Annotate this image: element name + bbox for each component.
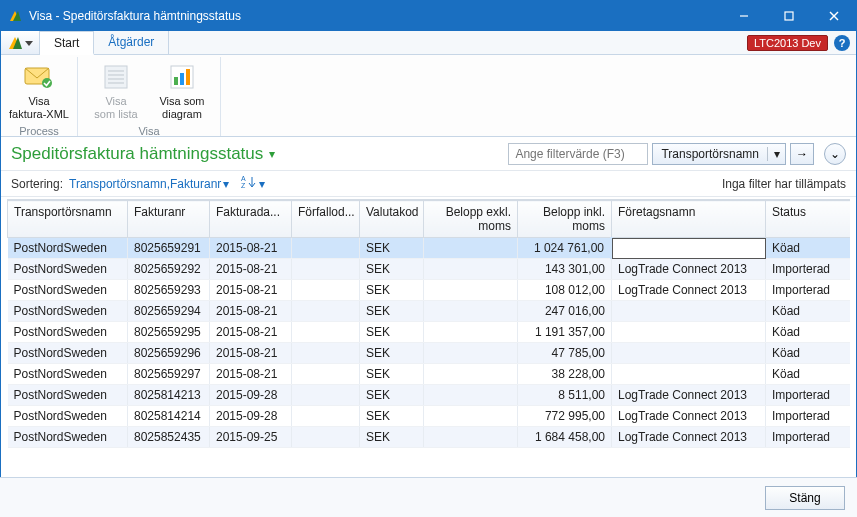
cell-valutakod[interactable]: SEK (360, 259, 424, 280)
table-row[interactable]: PostNordSweden80256592932015-08-21SEK108… (8, 280, 851, 301)
cell-fakturadatum[interactable]: 2015-09-25 (210, 427, 292, 448)
cell-transportorsnamn[interactable]: PostNordSweden (8, 280, 128, 301)
cell-fakturanr[interactable]: 8025814213 (128, 385, 210, 406)
cell-transportorsnamn[interactable]: PostNordSweden (8, 364, 128, 385)
cell-foretagsnamn[interactable] (612, 322, 766, 343)
col-fakturanr[interactable]: Fakturanr (128, 201, 210, 238)
table-row[interactable]: PostNordSweden80256592962015-08-21SEK47 … (8, 343, 851, 364)
table-row[interactable]: PostNordSweden80256592912015-08-21SEK1 0… (8, 238, 851, 259)
cell-fakturanr[interactable]: 8025659292 (128, 259, 210, 280)
expand-filters-button[interactable]: ⌄ (824, 143, 846, 165)
cell-belopp-inkl[interactable]: 47 785,00 (518, 343, 612, 364)
col-forfallodatum[interactable]: Förfallod... (292, 201, 360, 238)
cell-status[interactable]: Importerad (766, 427, 851, 448)
cell-fakturadatum[interactable]: 2015-08-21 (210, 238, 292, 259)
cell-forfallodatum[interactable] (292, 301, 360, 322)
cell-status[interactable]: Importerad (766, 280, 851, 301)
cell-belopp-exkl[interactable] (424, 364, 518, 385)
cell-belopp-inkl[interactable]: 8 511,00 (518, 385, 612, 406)
cell-status[interactable]: Importerad (766, 385, 851, 406)
cell-foretagsnamn[interactable]: LogTrade Connect 2013 (612, 385, 766, 406)
col-belopp-inkl[interactable]: Belopp inkl.moms (518, 201, 612, 238)
cell-forfallodatum[interactable] (292, 322, 360, 343)
cell-status[interactable]: Importerad (766, 259, 851, 280)
col-foretagsnamn[interactable]: Företagsnamn (612, 201, 766, 238)
close-page-button[interactable]: Stäng (765, 486, 845, 510)
cell-status[interactable]: Köad (766, 364, 851, 385)
sort-value-link[interactable]: Transportörsnamn,Fakturanr (69, 177, 221, 191)
table-row[interactable]: PostNordSweden80258524352015-09-25SEK1 6… (8, 427, 851, 448)
cell-foretagsnamn[interactable] (612, 364, 766, 385)
cell-foretagsnamn[interactable] (612, 238, 766, 259)
cell-belopp-exkl[interactable] (424, 259, 518, 280)
cell-fakturanr[interactable]: 8025659297 (128, 364, 210, 385)
cell-fakturadatum[interactable]: 2015-08-21 (210, 343, 292, 364)
cell-foretagsnamn[interactable]: LogTrade Connect 2013 (612, 427, 766, 448)
cell-fakturadatum[interactable]: 2015-08-21 (210, 280, 292, 301)
cell-fakturanr[interactable]: 8025659293 (128, 280, 210, 301)
cell-belopp-exkl[interactable] (424, 385, 518, 406)
ribbon-btn-faktura-xml[interactable]: Visa faktura-XML (7, 59, 71, 123)
cell-belopp-exkl[interactable] (424, 343, 518, 364)
col-status[interactable]: Status (766, 201, 851, 238)
cell-fakturanr[interactable]: 8025659296 (128, 343, 210, 364)
cell-fakturanr[interactable]: 8025659294 (128, 301, 210, 322)
cell-status[interactable]: Köad (766, 301, 851, 322)
cell-foretagsnamn[interactable]: LogTrade Connect 2013 (612, 259, 766, 280)
cell-foretagsnamn[interactable] (612, 301, 766, 322)
apply-filter-button[interactable]: → (790, 143, 814, 165)
cell-belopp-exkl[interactable] (424, 280, 518, 301)
cell-transportorsnamn[interactable]: PostNordSweden (8, 385, 128, 406)
cell-foretagsnamn[interactable]: LogTrade Connect 2013 (612, 280, 766, 301)
cell-status[interactable]: Köad (766, 238, 851, 259)
cell-forfallodatum[interactable] (292, 238, 360, 259)
cell-belopp-inkl[interactable]: 1 024 761,00 (518, 238, 612, 259)
table-row[interactable]: PostNordSweden80256592972015-08-21SEK38 … (8, 364, 851, 385)
cell-belopp-inkl[interactable]: 38 228,00 (518, 364, 612, 385)
cell-fakturadatum[interactable]: 2015-08-21 (210, 322, 292, 343)
table-row[interactable]: PostNordSweden80256592952015-08-21SEK1 1… (8, 322, 851, 343)
cell-fakturadatum[interactable]: 2015-08-21 (210, 259, 292, 280)
cell-foretagsnamn[interactable] (612, 343, 766, 364)
cell-forfallodatum[interactable] (292, 406, 360, 427)
cell-transportorsnamn[interactable]: PostNordSweden (8, 427, 128, 448)
data-grid[interactable]: Transportörsnamn Fakturanr Fakturada... … (7, 199, 850, 478)
cell-transportorsnamn[interactable]: PostNordSweden (8, 301, 128, 322)
cell-valutakod[interactable]: SEK (360, 238, 424, 259)
cell-forfallodatum[interactable] (292, 385, 360, 406)
cell-transportorsnamn[interactable]: PostNordSweden (8, 259, 128, 280)
cell-valutakod[interactable]: SEK (360, 280, 424, 301)
col-valutakod[interactable]: Valutakod (360, 201, 424, 238)
cell-belopp-exkl[interactable] (424, 238, 518, 259)
table-row[interactable]: PostNordSweden80258142142015-09-28SEK772… (8, 406, 851, 427)
maximize-button[interactable] (766, 1, 811, 31)
cell-belopp-inkl[interactable]: 1 684 458,00 (518, 427, 612, 448)
tab-start[interactable]: Start (40, 31, 94, 55)
cell-transportorsnamn[interactable]: PostNordSweden (8, 406, 128, 427)
cell-fakturanr[interactable]: 8025659295 (128, 322, 210, 343)
cell-transportorsnamn[interactable]: PostNordSweden (8, 343, 128, 364)
chevron-down-icon[interactable]: ▾ (223, 177, 229, 191)
cell-forfallodatum[interactable] (292, 364, 360, 385)
cell-transportorsnamn[interactable]: PostNordSweden (8, 322, 128, 343)
cell-fakturadatum[interactable]: 2015-08-21 (210, 364, 292, 385)
cell-forfallodatum[interactable] (292, 427, 360, 448)
table-row[interactable]: PostNordSweden80258142132015-09-28SEK8 5… (8, 385, 851, 406)
ribbon-btn-som-diagram[interactable]: Visa som diagram (150, 59, 214, 123)
cell-fakturanr[interactable]: 8025659291 (128, 238, 210, 259)
cell-forfallodatum[interactable] (292, 280, 360, 301)
tab-actions[interactable]: Åtgärder (94, 31, 169, 54)
cell-belopp-exkl[interactable] (424, 427, 518, 448)
cell-status[interactable]: Köad (766, 322, 851, 343)
col-fakturadatum[interactable]: Fakturada... (210, 201, 292, 238)
cell-fakturadatum[interactable]: 2015-09-28 (210, 406, 292, 427)
cell-belopp-exkl[interactable] (424, 322, 518, 343)
table-row[interactable]: PostNordSweden80256592942015-08-21SEK247… (8, 301, 851, 322)
cell-status[interactable]: Köad (766, 343, 851, 364)
close-button[interactable] (811, 1, 856, 31)
cell-valutakod[interactable]: SEK (360, 301, 424, 322)
cell-forfallodatum[interactable] (292, 259, 360, 280)
cell-valutakod[interactable]: SEK (360, 364, 424, 385)
cell-belopp-inkl[interactable]: 108 012,00 (518, 280, 612, 301)
cell-belopp-inkl[interactable]: 772 995,00 (518, 406, 612, 427)
